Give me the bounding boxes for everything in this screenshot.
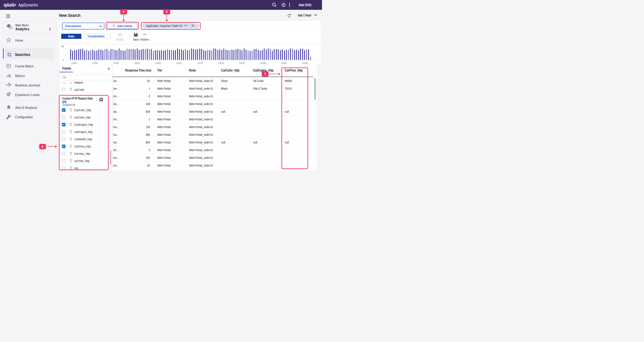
svg-text:?: ? — [283, 4, 284, 6]
